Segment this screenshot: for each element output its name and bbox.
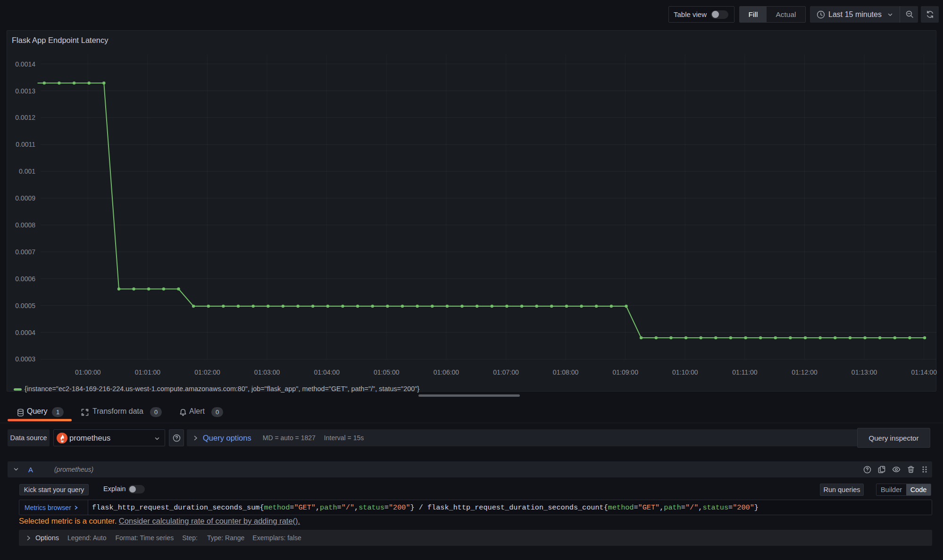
svg-text:01:10:00: 01:10:00 [672,368,698,376]
svg-text:01:00:00: 01:00:00 [75,368,101,376]
svg-text:0.0007: 0.0007 [15,248,35,256]
svg-text:0.0009: 0.0009 [15,194,35,202]
svg-text:01:14:00: 01:14:00 [911,368,937,376]
svg-text:0.0011: 0.0011 [16,141,35,148]
svg-text:01:02:00: 01:02:00 [194,368,220,376]
svg-text:0.0013: 0.0013 [15,87,35,95]
svg-text:0.0008: 0.0008 [15,221,35,229]
svg-text:0.0006: 0.0006 [15,275,35,283]
svg-text:0.001: 0.001 [19,167,35,175]
svg-text:01:01:00: 01:01:00 [135,368,161,376]
svg-text:01:08:00: 01:08:00 [553,368,579,376]
svg-text:0.0005: 0.0005 [15,302,35,309]
svg-text:01:09:00: 01:09:00 [612,368,638,376]
svg-text:01:12:00: 01:12:00 [792,368,818,376]
svg-text:01:05:00: 01:05:00 [374,368,400,376]
svg-text:01:04:00: 01:04:00 [314,368,340,376]
svg-text:01:11:00: 01:11:00 [732,368,758,376]
svg-text:0.0004: 0.0004 [15,329,35,336]
svg-text:01:03:00: 01:03:00 [254,368,280,376]
svg-text:01:07:00: 01:07:00 [493,368,519,376]
svg-text:0.0012: 0.0012 [15,114,35,121]
svg-text:0.0014: 0.0014 [15,60,35,68]
svg-text:0.0003: 0.0003 [15,355,35,363]
svg-text:01:06:00: 01:06:00 [434,368,459,376]
svg-text:01:13:00: 01:13:00 [851,368,877,376]
